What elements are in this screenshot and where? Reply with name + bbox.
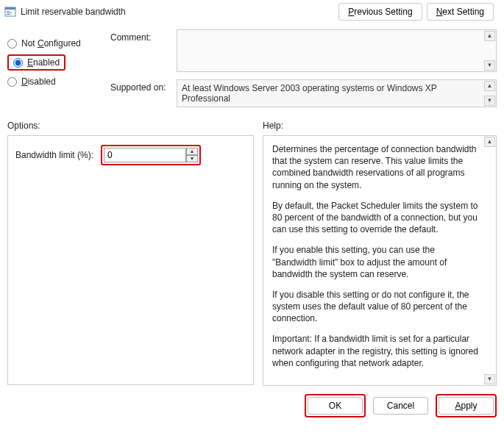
title-bar: Limit reservable bandwidth Previous Sett… — [0, 0, 504, 25]
upper-section: Not Configured Enabled Disabled Comment:… — [0, 25, 504, 115]
help-panel: Help: Determines the percentage of conne… — [263, 118, 497, 385]
scroll-up-icon[interactable]: ▲ — [484, 31, 495, 41]
help-para: Important: If a bandwidth limit is set f… — [272, 333, 480, 369]
scroll-up-icon[interactable]: ▲ — [484, 137, 495, 147]
help-para: If you enable this setting, you can use … — [272, 244, 480, 280]
apply-button[interactable]: Apply — [439, 397, 494, 415]
radio-enabled[interactable]: Enabled — [7, 54, 65, 71]
radio-enabled-input[interactable] — [13, 58, 23, 68]
help-text: Determines the percentage of connection … — [263, 136, 496, 385]
bandwidth-limit-label: Bandwidth limit (%): — [15, 150, 93, 160]
help-para: If you disable this setting or do not co… — [272, 289, 480, 325]
bandwidth-limit-input[interactable] — [104, 148, 186, 162]
options-panel: Options: Bandwidth limit (%): ▲ ▼ — [7, 118, 254, 385]
scroll-down-icon[interactable]: ▼ — [484, 96, 495, 106]
comment-label: Comment: — [110, 29, 177, 43]
comment-row: Comment: ▲ ▼ — [110, 29, 497, 72]
supported-on-textarea: At least Windows Server 2003 operating s… — [177, 79, 497, 107]
radio-not-configured[interactable]: Not Configured — [7, 34, 110, 53]
comment-textarea[interactable]: ▲ ▼ — [177, 29, 497, 72]
next-setting-button[interactable]: Next Setting — [427, 3, 494, 21]
scroll-down-icon[interactable]: ▼ — [484, 60, 495, 71]
bandwidth-limit-spinner: ▲ ▼ — [101, 145, 201, 165]
scroll-down-icon[interactable]: ▼ — [484, 374, 495, 384]
cancel-button[interactable]: Cancel — [373, 397, 428, 415]
help-label: Help: — [263, 118, 497, 135]
svg-rect-4 — [7, 14, 10, 15]
state-radio-group: Not Configured Enabled Disabled — [7, 29, 110, 115]
previous-setting-button[interactable]: Previous Setting — [338, 3, 422, 21]
spinner-up-icon[interactable]: ▲ — [186, 148, 198, 155]
help-para: By default, the Packet Scheduler limits … — [272, 200, 480, 236]
svg-rect-1 — [5, 7, 15, 10]
upper-right-column: Comment: ▲ ▼ Supported on: At least Wind… — [110, 29, 497, 115]
supported-on-row: Supported on: At least Windows Server 20… — [110, 79, 497, 107]
help-para: Determines the percentage of connection … — [272, 143, 480, 191]
footer-buttons: OK Cancel Apply — [0, 385, 504, 423]
supported-on-text: At least Windows Server 2003 operating s… — [182, 83, 437, 104]
nav-buttons: Previous Setting Next Setting — [338, 3, 500, 21]
svg-rect-3 — [7, 12, 12, 13]
ok-highlight: OK — [305, 394, 366, 417]
window-title: Limit reservable bandwidth — [21, 7, 126, 17]
supported-on-label: Supported on: — [110, 79, 177, 93]
ok-button[interactable]: OK — [308, 397, 363, 415]
spinner-down-icon[interactable]: ▼ — [186, 155, 198, 162]
main-panels: Options: Bandwidth limit (%): ▲ ▼ Help: … — [0, 115, 504, 385]
scroll-up-icon[interactable]: ▲ — [484, 81, 495, 91]
options-box: Bandwidth limit (%): ▲ ▼ — [7, 135, 254, 385]
apply-highlight: Apply — [436, 394, 497, 417]
radio-disabled[interactable]: Disabled — [7, 72, 110, 91]
svg-rect-2 — [7, 11, 10, 12]
help-box: Determines the percentage of connection … — [263, 135, 497, 386]
options-label: Options: — [7, 118, 254, 135]
policy-icon — [4, 6, 16, 18]
radio-not-configured-input[interactable] — [7, 39, 17, 49]
radio-disabled-input[interactable] — [7, 77, 17, 87]
